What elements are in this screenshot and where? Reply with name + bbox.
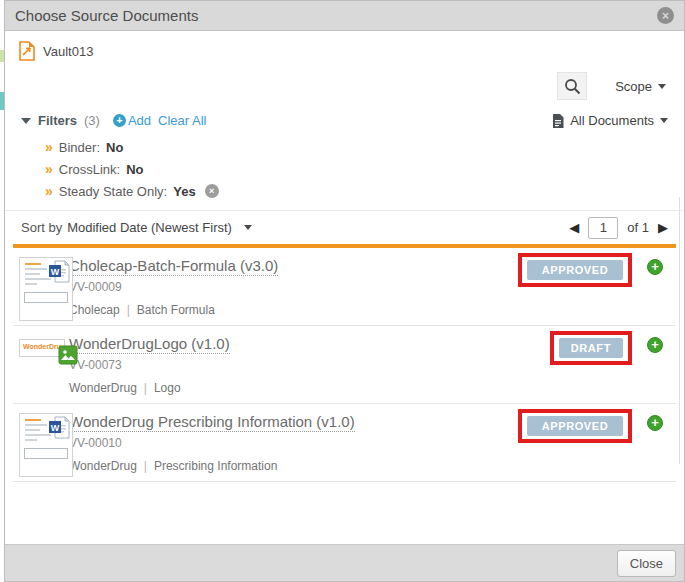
expand-chevron-icon[interactable]: »: [45, 184, 53, 198]
meta-divider: |: [144, 459, 147, 473]
remove-filter-icon[interactable]: ×: [205, 184, 219, 198]
word-document-thumbnail[interactable]: W: [19, 257, 73, 321]
add-filter-label: Add: [128, 113, 151, 128]
next-page-button[interactable]: ▶: [658, 221, 668, 234]
sort-by-label: Sort by: [21, 220, 62, 235]
product-name: WonderDrug: [69, 459, 137, 473]
choose-source-documents-dialog: Choose Source Documents × Vault013 Scope…: [4, 0, 685, 582]
expand-chevron-icon[interactable]: »: [45, 162, 53, 176]
previous-page-button[interactable]: ◀: [569, 221, 579, 234]
filter-item-steady-state: » Steady State Only: Yes ×: [45, 180, 684, 202]
filter-value: No: [106, 140, 123, 155]
meta-divider: |: [127, 303, 130, 317]
scope-dropdown[interactable]: Scope: [615, 79, 666, 94]
filter-label: CrossLink:: [59, 162, 120, 177]
dialog-close-icon[interactable]: ×: [657, 7, 674, 24]
word-file-icon: W: [48, 260, 70, 284]
document-meta: WonderDrug|Prescribing Information: [69, 459, 506, 473]
document-type: Batch Formula: [137, 303, 215, 317]
document-row: W WonderDrug WonderDrugLogo (v1.0) VV-00…: [13, 326, 676, 404]
close-button[interactable]: Close: [617, 550, 676, 577]
page-number-input[interactable]: [588, 217, 618, 239]
filter-label: Binder:: [59, 140, 100, 155]
product-name: WonderDrug: [69, 381, 137, 395]
image-logo-thumbnail[interactable]: WonderDrug: [19, 339, 65, 357]
meta-divider: |: [144, 381, 147, 395]
dialog-titlebar: Choose Source Documents ×: [5, 1, 684, 31]
applied-filters-list: » Binder: No » CrossLink: No » Steady St…: [5, 130, 684, 210]
status-badge: APPROVED: [527, 260, 623, 280]
search-button[interactable]: [557, 72, 587, 100]
thumbnail-column: W WonderDrug: [19, 335, 75, 357]
document-type-value: All Documents: [570, 113, 654, 128]
product-name: Cholecap: [69, 303, 120, 317]
dialog-title: Choose Source Documents: [15, 7, 198, 24]
document-number: VV-00073: [69, 358, 506, 372]
vault-row: Vault013: [5, 31, 684, 65]
document-row: W WonderDrug WonderDrug Prescribing Info…: [13, 404, 676, 482]
plus-circle-icon: +: [113, 114, 126, 127]
filter-item-binder: » Binder: No: [45, 136, 684, 158]
sort-dropdown[interactable]: Modified Date (Newest First): [62, 220, 252, 235]
svg-text:W: W: [51, 423, 60, 433]
word-document-thumbnail[interactable]: W: [19, 413, 73, 477]
status-highlight-annotation: DRAFT: [550, 331, 632, 365]
sort-value: Modified Date (Newest First): [67, 220, 232, 235]
chevron-down-icon: [244, 225, 252, 230]
thumbnail-column: W Cholecap: [19, 257, 75, 321]
document-title-link[interactable]: WonderDrugLogo (v1.0): [69, 335, 230, 354]
document-list: W Cholecap Cholecap-Batch-Formula (v3.0)…: [13, 248, 676, 482]
image-file-icon: [58, 345, 78, 365]
dialog-footer: Close: [5, 544, 684, 581]
filters-count: (3): [84, 113, 100, 128]
vault-name: Vault013: [43, 44, 93, 59]
logo-mini-text: WonderDrug: [23, 343, 61, 350]
status-badge: APPROVED: [527, 416, 623, 436]
filters-header: Filters (3) + Add Clear All All Document…: [5, 107, 684, 130]
document-title-link[interactable]: WonderDrug Prescribing Information (v1.0…: [69, 413, 355, 432]
status-highlight-annotation: APPROVED: [518, 409, 632, 443]
filter-label: Steady State Only:: [59, 184, 167, 199]
add-filter-link[interactable]: + Add: [113, 113, 151, 128]
thumbnail-text-box: [24, 448, 68, 459]
filters-label: Filters: [38, 113, 77, 128]
document-info: WonderDrug Prescribing Information (v1.0…: [69, 413, 506, 473]
add-document-button[interactable]: +: [647, 259, 663, 275]
document-info: WonderDrugLogo (v1.0) VV-00073 WonderDru…: [69, 335, 506, 395]
scope-label: Scope: [615, 79, 652, 94]
chevron-down-icon: [660, 118, 668, 123]
document-type: Logo: [154, 381, 181, 395]
document-row: W Cholecap Cholecap-Batch-Formula (v3.0)…: [13, 248, 676, 326]
document-icon: [552, 114, 564, 128]
filter-item-crosslink: » CrossLink: No: [45, 158, 684, 180]
document-meta: Cholecap|Batch Formula: [69, 303, 506, 317]
list-edge-divider: [679, 197, 680, 464]
filter-value: Yes: [173, 184, 195, 199]
document-title-link[interactable]: Cholecap-Batch-Formula (v3.0): [69, 257, 278, 276]
clear-all-filters-link[interactable]: Clear All: [158, 113, 206, 128]
document-type-dropdown[interactable]: All Documents: [552, 113, 668, 128]
expand-chevron-icon[interactable]: »: [45, 140, 53, 154]
vault-document-icon: [19, 41, 35, 61]
thumbnail-column: W WonderDrug: [19, 413, 75, 477]
status-badge: DRAFT: [559, 338, 623, 358]
svg-text:W: W: [51, 267, 60, 277]
word-file-icon: W: [48, 416, 70, 440]
pagination: ◀ of 1 ▶: [569, 217, 668, 239]
filters-collapse-icon[interactable]: [21, 118, 31, 124]
document-number: VV-00010: [69, 436, 506, 450]
sort-row: Sort by Modified Date (Newest First) ◀ o…: [5, 210, 684, 244]
thumbnail-text-box: [24, 292, 68, 303]
add-document-button[interactable]: +: [647, 337, 663, 353]
document-info: Cholecap-Batch-Formula (v3.0) VV-00009 C…: [69, 257, 506, 317]
document-meta: WonderDrug|Logo: [69, 381, 506, 395]
status-highlight-annotation: APPROVED: [518, 253, 632, 287]
add-document-button[interactable]: +: [647, 415, 663, 431]
search-icon: [564, 78, 581, 95]
page-count-label: of 1: [627, 220, 649, 235]
document-type: Prescribing Information: [154, 459, 277, 473]
search-row: Scope: [5, 65, 684, 107]
filter-value: No: [126, 162, 143, 177]
document-number: VV-00009: [69, 280, 506, 294]
chevron-down-icon: [658, 84, 666, 89]
